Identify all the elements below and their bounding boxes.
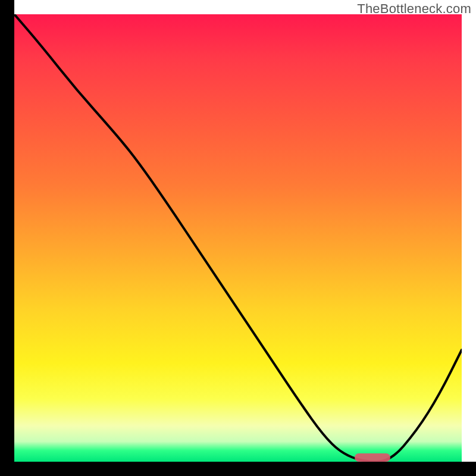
- optimal-marker: [355, 453, 390, 462]
- y-axis-bar: [0, 0, 14, 476]
- bottleneck-curve: [14, 14, 462, 462]
- attribution-label: TheBottleneck.com: [357, 1, 471, 17]
- plot-area: [14, 14, 462, 462]
- bottleneck-chart: TheBottleneck.com: [0, 0, 476, 476]
- curve-layer: [14, 14, 462, 462]
- x-axis-bar: [0, 462, 476, 476]
